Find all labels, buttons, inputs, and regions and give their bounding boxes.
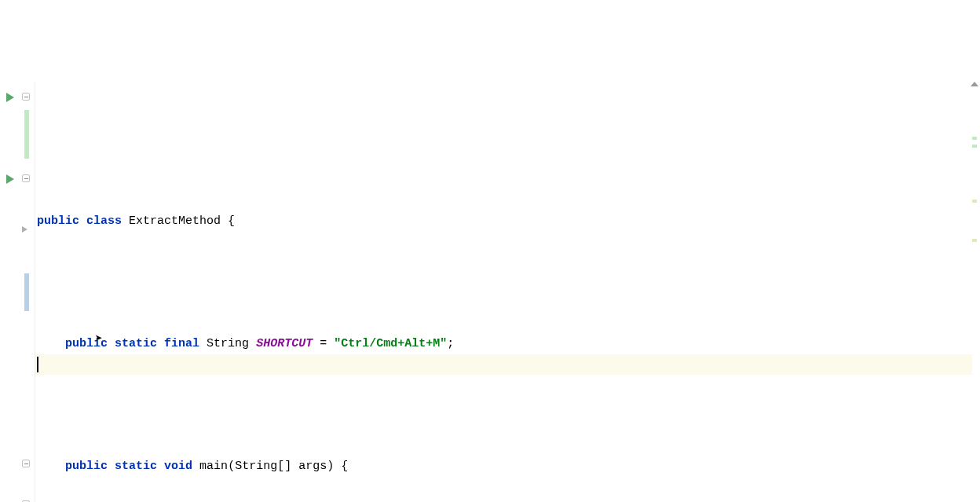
override-annotation-icon[interactable]: @ bbox=[8, 499, 14, 502]
fold-toggle-icon[interactable] bbox=[22, 174, 30, 182]
fold-region-icon[interactable] bbox=[22, 226, 27, 233]
current-line-highlight bbox=[35, 354, 972, 375]
error-stripe-marker[interactable] bbox=[972, 200, 977, 203]
code-editor[interactable]: @ ➤ public class ExtractMethod { public … bbox=[0, 82, 980, 502]
error-stripe-marker[interactable] bbox=[972, 137, 977, 140]
fold-toggle-icon[interactable] bbox=[22, 93, 30, 101]
fold-end-icon[interactable] bbox=[22, 460, 30, 467]
code-line[interactable]: public static final String SHORTCUT = "C… bbox=[37, 334, 980, 354]
error-stripe-marker[interactable] bbox=[972, 145, 977, 148]
code-line[interactable]: public class ExtractMethod { bbox=[37, 211, 980, 232]
run-main-icon[interactable] bbox=[6, 174, 14, 184]
vcs-added-marker[interactable] bbox=[24, 110, 29, 159]
error-stripe-marker[interactable] bbox=[972, 239, 977, 242]
scrollbar[interactable] bbox=[969, 82, 980, 502]
vcs-modified-marker[interactable] bbox=[24, 273, 29, 311]
mouse-cursor-icon: ➤ bbox=[95, 329, 103, 350]
text-caret bbox=[37, 357, 38, 372]
gutter: @ bbox=[0, 82, 35, 502]
code-text-area[interactable]: ➤ public class ExtractMethod { public st… bbox=[35, 82, 980, 502]
code-line[interactable]: public static void main(String[] args) { bbox=[37, 456, 980, 477]
run-class-icon[interactable] bbox=[6, 93, 14, 102]
code-line[interactable] bbox=[37, 273, 980, 293]
code-line[interactable] bbox=[37, 395, 980, 416]
scroll-up-icon[interactable] bbox=[971, 82, 978, 86]
